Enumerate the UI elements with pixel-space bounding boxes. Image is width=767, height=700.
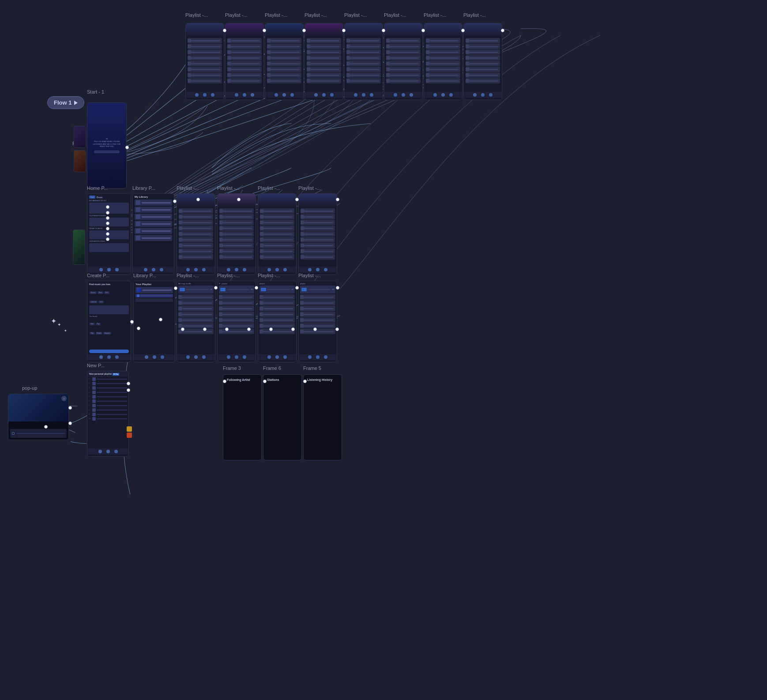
home-dot-1 [106,205,109,209]
playlist-top-1-label: Playlist -... [185,12,208,18]
playlist-r2-1-label: Playlist -... [177,185,199,191]
flow-button[interactable]: Flow 1 [47,96,84,109]
scatter-dot-2 [159,318,162,321]
library-p2-label: Library P... [133,273,156,278]
scatter-dot-4 [203,327,207,331]
np-header: New personal playlist OK Play [87,371,128,377]
new-pp-dot-1 [127,382,130,385]
popup-out-dot-1 [68,406,72,410]
library-item-3 [135,214,172,220]
playlist-top-5 [344,23,383,100]
my-library-title: My Library [135,196,172,198]
np-badge: OK Play [113,373,120,376]
popup-close-icon[interactable]: × [61,396,67,401]
home-dot-4 [106,222,109,225]
create-p-label: Create P... [87,273,109,278]
frame3-dot [223,380,226,383]
scatter-dot-7 [269,327,273,331]
library-out-dot [173,199,177,203]
pl-top8-dot [501,29,504,32]
library-item-2 [135,207,172,213]
playlist-r2-4 [298,193,337,275]
popup-out-dot-2 [44,425,48,429]
home-dot-7 [106,237,109,241]
popup-out-dot-3 [68,422,72,425]
playlist-r3-1-label: Playlist -... [177,273,199,278]
frame6: Stations [263,374,302,460]
playlist-top-2 [225,23,264,100]
np-row-3: 3 [87,386,128,390]
scatter-dot-10 [335,327,339,331]
library-p2-item-1 [135,287,173,293]
np-row-9: 9 [87,412,128,417]
frame6-dot [263,380,267,383]
popup-bar [10,429,67,438]
home-dot-5 [106,227,109,230]
play-icon [74,101,78,105]
side-thumb-1 [74,126,86,148]
scatter-dot-8 [291,327,295,331]
canvas: Flow Flow 1 Start - 1 HITELL US WHAT MUS… [0,0,767,700]
playlist-top-2-label: Playlist -... [225,12,248,18]
library-p2-out-dot [174,286,177,290]
np-row-5: 5 [87,395,128,399]
playlist-r3-3-label: Playlist -... [258,273,280,278]
playlist-r2-2 [217,193,256,275]
playlist-r2-3 [258,193,297,275]
frame3-title: Following Artist [227,378,258,381]
playlist-r3-4: playlist Jmt [298,281,337,362]
playlist-top-7-label: Playlist -... [424,12,446,18]
playlist-top-3 [265,23,304,100]
pl-top2-dot [263,29,266,32]
pl-r3-1-dot [214,286,218,290]
pl-r3-2-dot [255,286,258,290]
side-thumb-3 [73,230,85,265]
library-item-6 [135,235,172,241]
frame5-dot [303,380,307,383]
start-text: HITELL US WHAT MUSIC YOU'RE LISTENING AN… [91,138,123,147]
library-item-1 [135,199,172,206]
playlist-top-3-label: Playlist -... [265,12,287,18]
library-item-5 [135,228,172,234]
playlist-top-1 [185,23,224,100]
playlist-r3-1: All songs shuffle Jmt [177,281,215,362]
library-item-4 [135,221,172,227]
np-row-10: 10 [87,417,128,421]
frame3: Following Artist [223,374,262,460]
playlist-r2-2-label: Playlist -... [217,185,240,191]
create-title: Find music you love [89,283,129,286]
pl-r3-3-dot [295,286,299,290]
new-badge: New [89,196,95,199]
your-playlists-title: Your Playlist [135,283,173,286]
library-p2-locked [135,298,173,302]
home-dot-2 [106,211,109,215]
orange-icon [127,433,132,438]
np-row-2: 2 [87,381,128,386]
start-label: Start - 1 [87,89,104,94]
playlist-r2-3-label: Playlist -... [258,185,280,191]
frame6-title: Stations [267,378,298,381]
frame3-label: Frame 3 [223,365,241,371]
playlist-top-6 [384,23,423,100]
create-out-dot [130,320,134,324]
pl-top3-dot [302,29,306,32]
playlist-r3-4-label: Playlist -... [298,273,321,278]
pl-r3-4-dot [336,286,339,290]
popup-label: pop-up [22,385,37,391]
sparkle-icon-3: ✦ [64,329,67,333]
playlist-r2-1 [177,193,215,275]
scatter-dot-5 [225,327,229,331]
pl-top7-dot [461,29,465,32]
scatter-dot-3 [181,327,184,331]
frame5-title: Listening History [307,378,338,381]
pl-top1-dot [223,29,226,32]
frame5: Listening History [303,374,342,460]
home-dot-3 [106,216,109,220]
pl-r2-1-dot [196,198,200,201]
np-row-1: 1 [87,377,128,381]
side-thumb-2 [74,150,86,172]
library-p2-frame: Your Playlist [133,281,175,362]
yellow-icon [127,426,132,432]
frame5-label: Frame 5 [303,365,321,371]
pl-r2-2-dot [237,198,241,201]
